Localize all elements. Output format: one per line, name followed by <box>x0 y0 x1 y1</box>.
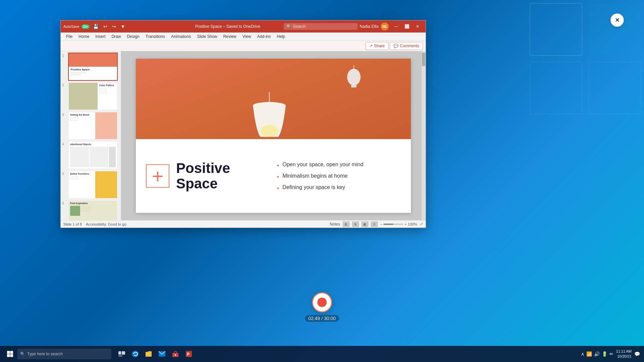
status-right-area: Notes ▤ ⊞ ▦ ⊡ − + 100% ⤢ <box>330 222 423 227</box>
undo-icon[interactable]: ↩ <box>102 23 109 30</box>
start-button[interactable] <box>4 348 16 360</box>
menu-home[interactable]: Home <box>76 33 92 40</box>
slide6-thumb-title: Find Inspiration <box>70 202 116 204</box>
slide-thumb-6[interactable]: 6 Find Inspiration — — — — —— — — — —— —… <box>62 200 119 220</box>
edge-browser-icon <box>131 350 139 358</box>
slide5-thumb-text: — — — —— — — — <box>70 176 94 180</box>
powerpoint-window: AutoSave On 💾 ↩ ↪ ▼ Positive Space – Sav… <box>60 20 426 228</box>
svg-rect-10 <box>7 351 10 354</box>
bullet-text-1: Open your space, open your mind <box>282 162 363 168</box>
slide-thumb-4[interactable]: 4 Intentional Objects <box>62 141 119 169</box>
zoom-out-btn[interactable]: − <box>380 222 382 226</box>
search-input[interactable] <box>293 24 353 29</box>
menu-animations[interactable]: Animations <box>168 33 194 40</box>
menu-bar: File Home Insert Draw Design Transitions… <box>61 33 426 41</box>
autosave-toggle[interactable]: On <box>82 24 90 29</box>
window-title: Positive Space – Saved to OneDrive <box>174 24 282 29</box>
slide-main-title[interactable]: Positive Space <box>176 161 230 191</box>
menu-insert[interactable]: Insert <box>93 33 108 40</box>
slide-preview-2: Color Pattern — — — —— — — —— — — — <box>68 82 118 110</box>
chevron-up-icon[interactable]: ∧ <box>581 351 584 357</box>
menu-draw[interactable]: Draw <box>109 33 123 40</box>
slide3-right <box>95 112 117 139</box>
comments-button[interactable]: 💬 Comments <box>390 42 423 50</box>
taskbar-powerpoint[interactable]: P <box>182 348 195 360</box>
taskbar-mail[interactable] <box>156 348 168 360</box>
svg-rect-0 <box>530 3 582 55</box>
slide3-thumb-text: — — — —— — — — <box>70 117 94 121</box>
slide-preview-6: Find Inspiration — — — — —— — — — —— — —… <box>68 200 118 220</box>
slide-thumb-2[interactable]: 2 Color Pattern — — — —— — — —— — — — <box>62 82 119 110</box>
share-button[interactable]: ↗ Share <box>366 42 388 50</box>
mail-icon <box>158 351 166 357</box>
slide2-left <box>69 83 98 110</box>
taskbar-search-box[interactable]: 🔍 Type here to search <box>17 349 111 359</box>
battery-icon[interactable]: 🔋 <box>602 351 607 357</box>
slide5-thumb-title: Define Functions <box>70 173 94 175</box>
minimize-button[interactable]: — <box>391 21 401 32</box>
taskbar-file-explorer[interactable] <box>142 348 155 360</box>
pen-icon[interactable]: ✏ <box>609 351 613 357</box>
zoom-level: 100% <box>408 222 417 226</box>
record-stop-button[interactable] <box>312 292 332 312</box>
volume-icon[interactable]: 🔊 <box>594 351 600 357</box>
slide-panel: 1 Positive Space — — — — — —— — — — 2 <box>61 51 121 220</box>
slide-preview-3: Setting the Mood — — — —— — — — <box>68 112 118 140</box>
menu-addins[interactable]: Add-ins <box>255 33 274 40</box>
menu-review[interactable]: Review <box>220 33 239 40</box>
slide-thumb-5[interactable]: 5 Define Functions — — — —— — — — <box>62 171 119 199</box>
slide-preview-4: Intentional Objects <box>68 141 118 169</box>
bullet-dot-3: ● <box>277 186 279 190</box>
vertical-scrollbar[interactable] <box>422 51 426 220</box>
slide-content-area: + Positive Space ● Open your space, open… <box>136 139 411 213</box>
menu-transitions[interactable]: Transitions <box>143 33 168 40</box>
reading-view-btn[interactable]: ▦ <box>362 222 368 227</box>
network-icon[interactable]: 📶 <box>586 351 592 357</box>
presenter-view-btn[interactable]: ⊡ <box>371 222 378 227</box>
slide-thumb-1[interactable]: 1 Positive Space — — — — — —— — — — <box>62 53 119 81</box>
taskbar-clock[interactable]: 11:11 AM 10/20/21 <box>616 349 632 359</box>
slide6-text: — — — — —— — — — —— — — — — <box>81 206 116 216</box>
taskbar-store[interactable] <box>169 348 182 360</box>
taskbar-right-area: ∧ 📶 🔊 🔋 ✏ 11:11 AM 10/20/21 💬 <box>581 349 640 359</box>
svg-point-8 <box>347 69 361 85</box>
close-overlay-button[interactable]: ✕ <box>610 13 624 27</box>
slide-sorter-btn[interactable]: ⊞ <box>352 222 359 227</box>
record-timer: 02:49 / 30:00 <box>305 315 339 322</box>
user-name: Nadia Ellis <box>360 24 379 29</box>
taskbar-edge[interactable] <box>129 348 142 360</box>
desktop-background: ✕ AutoSave On 💾 ↩ ↪ ▼ Positive Space – S… <box>0 0 644 362</box>
taskbar-task-view[interactable] <box>115 348 128 360</box>
share-label: Share <box>374 44 385 48</box>
menu-design[interactable]: Design <box>124 33 142 40</box>
slide-thumb-3[interactable]: 3 Setting the Mood — — — —— — — — <box>62 112 119 140</box>
search-bar[interactable]: 🔍 <box>284 23 358 30</box>
notes-button[interactable]: Notes <box>330 222 340 227</box>
system-tray-icons: ∧ 📶 🔊 🔋 ✏ <box>581 351 613 357</box>
menu-help[interactable]: Help <box>274 33 288 40</box>
bullet-text-3: Defining your space is key <box>282 184 345 190</box>
menu-slideshow[interactable]: Slide Show <box>194 33 220 40</box>
bullet-item-1: ● Open your space, open your mind <box>277 162 401 168</box>
restore-button[interactable]: ⬜ <box>401 21 412 32</box>
zoom-in-btn[interactable]: + <box>405 222 407 226</box>
taskbar: 🔍 Type here to search <box>0 346 644 362</box>
customize-icon[interactable]: ▼ <box>119 23 127 30</box>
slide1-content-area: Positive Space — — — — — —— — — — <box>69 67 117 80</box>
normal-view-btn[interactable]: ▤ <box>343 222 350 227</box>
zoom-slider[interactable] <box>383 224 404 225</box>
window-close-button[interactable]: ✕ <box>412 21 423 32</box>
slide4-image <box>109 147 116 167</box>
user-avatar[interactable]: NE <box>381 22 389 31</box>
slide-number-3: 3 <box>62 112 67 117</box>
main-slide-canvas[interactable]: + Positive Space ● Open your space, open… <box>136 59 411 213</box>
autosave-label: AutoSave <box>63 24 79 28</box>
fit-slide-btn[interactable]: ⤢ <box>420 222 423 226</box>
slide-preview-1: Positive Space — — — — — —— — — — <box>68 53 118 81</box>
redo-icon[interactable]: ↪ <box>111 23 117 30</box>
menu-file[interactable]: File <box>63 33 75 40</box>
search-icon: 🔍 <box>286 24 291 29</box>
notification-button[interactable]: 💬 <box>634 351 640 357</box>
menu-view[interactable]: View <box>240 33 254 40</box>
save-icon[interactable]: 💾 <box>92 23 100 30</box>
